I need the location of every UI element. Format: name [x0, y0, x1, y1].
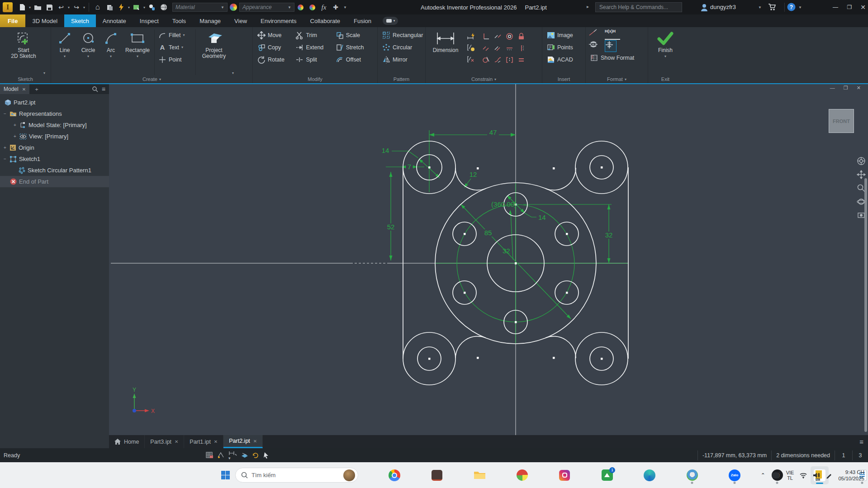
circle-button[interactable]: Circle▾: [77, 29, 99, 75]
language-indicator[interactable]: VIETL: [786, 470, 794, 481]
tab-3d-model[interactable]: 3D Model: [25, 14, 64, 27]
image-button[interactable]: Image: [545, 29, 583, 41]
app-camera-icon[interactable]: [683, 466, 701, 484]
tab-view[interactable]: View: [228, 14, 254, 27]
text-button[interactable]: A Text▾: [157, 42, 194, 53]
user-caret-icon[interactable]: ▼: [758, 5, 762, 9]
tree-item-model-state[interactable]: + Model State: [Primary]: [0, 119, 109, 131]
tab-file[interactable]: File: [0, 14, 25, 27]
canvas-scrollbar[interactable]: [864, 178, 867, 432]
constraint-settings-icon[interactable]: [465, 54, 477, 66]
screen-capture-icon[interactable]: [131, 2, 142, 13]
search-collapse-chevron-icon[interactable]: ▸: [587, 4, 589, 9]
close-tab-icon[interactable]: ✕: [214, 439, 218, 444]
tab-fusion[interactable]: Fusion: [347, 14, 378, 27]
points-button[interactable]: Points: [545, 42, 583, 53]
collinear-constraint-icon[interactable]: [492, 42, 503, 54]
dimension-labels[interactable]: 47 14 7 52 12 (360.00) 14 85 32 32: [382, 128, 614, 255]
chrome-icon[interactable]: [385, 466, 403, 484]
rectangular-pattern-button[interactable]: Rectangular: [380, 29, 424, 41]
redo-caret-icon[interactable]: ▾: [82, 5, 86, 9]
tab-sketch[interactable]: Sketch: [64, 14, 96, 27]
doc-tabs-menu-icon[interactable]: ≡: [859, 438, 863, 445]
tangent-constraint-icon[interactable]: [480, 54, 492, 66]
pan-icon[interactable]: [857, 170, 866, 179]
stretch-button[interactable]: Stretch: [334, 42, 375, 53]
expand-expander-icon[interactable]: +: [13, 123, 17, 128]
point-button[interactable]: Point: [157, 54, 194, 65]
driven-dimension-icon[interactable]: H(x)H: [605, 29, 620, 40]
tab-environments[interactable]: Environments: [254, 14, 303, 27]
rectangle-button[interactable]: Rectangle▾: [123, 29, 152, 75]
browser-tab-model[interactable]: Model ✕: [0, 84, 29, 94]
adjust-appearance-icon[interactable]: [295, 2, 306, 13]
cart-icon[interactable]: [768, 3, 776, 11]
tab-tools[interactable]: Tools: [166, 14, 193, 27]
construction-line-icon[interactable]: [588, 29, 600, 40]
circular-pattern-button[interactable]: Circular: [380, 42, 424, 53]
instagram-icon[interactable]: [555, 466, 574, 484]
new-file-icon[interactable]: [17, 2, 28, 13]
volume-icon[interactable]: [813, 472, 821, 479]
browser-add-tab-icon[interactable]: ＋: [34, 85, 39, 93]
fillet-button[interactable]: Fillet▾: [157, 29, 194, 41]
help-search-input[interactable]: [595, 2, 682, 12]
undo-caret-icon[interactable]: ▾: [67, 5, 71, 9]
auto-dimension-icon[interactable]: [465, 30, 477, 42]
file-explorer-icon[interactable]: [470, 466, 489, 484]
doc-tab-part2[interactable]: Part2.ipt✕: [223, 435, 263, 448]
horizontal-constraint-icon[interactable]: [503, 42, 515, 54]
username-label[interactable]: dungyzfr3: [710, 4, 736, 10]
move-button[interactable]: Move: [256, 29, 293, 41]
center-point-icon[interactable]: [605, 40, 617, 52]
finish-sketch-button[interactable]: Finish▾: [651, 29, 680, 75]
doc-tab-part1[interactable]: Part1.ipt✕: [184, 435, 223, 448]
doc-tab-part3[interactable]: Part3.ipt✕: [145, 435, 184, 448]
app-pinwheel-icon[interactable]: [513, 466, 531, 484]
home-icon[interactable]: ⌂: [92, 2, 103, 13]
collapse-expander-icon[interactable]: −: [3, 156, 7, 161]
minimize-button[interactable]: —: [830, 2, 841, 13]
pen-icon[interactable]: [826, 472, 833, 479]
dimension-button[interactable]: Dimension: [428, 29, 463, 75]
centerline-icon[interactable]: [588, 40, 600, 52]
tree-item-sketch-circular-pattern[interactable]: Sketch Circular Pattern1: [0, 165, 109, 176]
app-green-badge-icon[interactable]: 1: [598, 466, 616, 484]
restore-button[interactable]: ❐: [844, 2, 855, 13]
clear-appearance-icon[interactable]: [307, 2, 318, 13]
viewcube[interactable]: FRONT: [829, 109, 854, 133]
arc-button[interactable]: Arc▾: [101, 29, 121, 75]
rotate-button[interactable]: Rotate: [256, 54, 293, 65]
panel-label-create[interactable]: Create▾: [51, 75, 252, 83]
slice-graphics-icon[interactable]: [241, 452, 248, 459]
app-dark-icon[interactable]: [428, 466, 446, 484]
help-caret-icon[interactable]: ▼: [798, 5, 802, 9]
line-button[interactable]: Line▾: [54, 29, 76, 75]
equal-constraint-icon[interactable]: [515, 54, 527, 66]
save-icon[interactable]: [44, 2, 55, 13]
search-highlight-image[interactable]: [343, 469, 355, 481]
paste-icon[interactable]: [104, 2, 115, 13]
render-sphere-icon[interactable]: [158, 2, 169, 13]
show-format-button[interactable]: Show Format: [588, 52, 645, 63]
tree-item-sketch1[interactable]: − Sketch1: [0, 153, 109, 165]
tray-device-icon[interactable]: [771, 471, 781, 479]
offset-button[interactable]: Offset: [334, 54, 375, 65]
ilogic-caret-icon[interactable]: ▾: [127, 5, 131, 9]
start-2d-sketch-caret-icon[interactable]: ▾: [43, 71, 45, 75]
open-folder-icon[interactable]: [32, 2, 43, 13]
project-geometry-button[interactable]: ProjectGeometry: [198, 29, 230, 75]
material-combo[interactable]: Material▼: [172, 3, 228, 12]
redo-icon[interactable]: ↪: [71, 2, 82, 13]
tree-item-origin[interactable]: + Origin: [0, 142, 109, 153]
trim-button[interactable]: Trim: [294, 29, 332, 41]
taskbar-search-input[interactable]: [251, 472, 340, 479]
tree-item-representations[interactable]: − Representations: [0, 108, 109, 119]
vertical-constraint-icon[interactable]: [515, 42, 527, 54]
grid-snap-icon[interactable]: [206, 452, 213, 459]
tab-annotate[interactable]: Annotate: [96, 14, 133, 27]
doc-tab-home[interactable]: Home: [109, 435, 145, 448]
tray-expand-icon[interactable]: ⌃: [761, 472, 765, 479]
tab-inspect[interactable]: Inspect: [133, 14, 166, 27]
qat-customize-caret-icon[interactable]: ▼: [343, 5, 347, 9]
